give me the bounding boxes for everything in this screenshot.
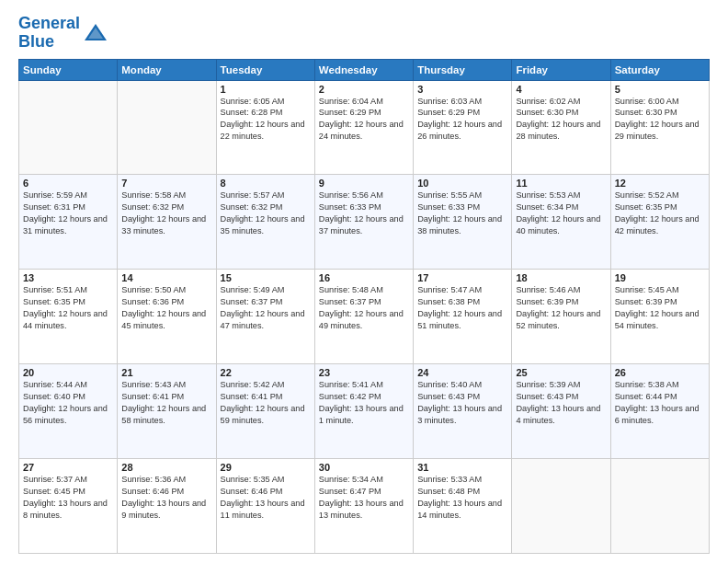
weekday-header-friday: Friday bbox=[512, 59, 610, 80]
weekday-header-thursday: Thursday bbox=[414, 59, 512, 80]
day-detail: Sunrise: 5:37 AMSunset: 6:45 PMDaylight:… bbox=[23, 474, 113, 522]
logo-icon bbox=[83, 20, 108, 46]
day-number: 31 bbox=[417, 462, 507, 473]
weekday-header-saturday: Saturday bbox=[610, 59, 709, 80]
calendar-cell: 20Sunrise: 5:44 AMSunset: 6:40 PMDayligh… bbox=[19, 364, 118, 459]
calendar-cell: 12Sunrise: 5:52 AMSunset: 6:35 PMDayligh… bbox=[610, 175, 709, 270]
day-number: 22 bbox=[221, 367, 311, 378]
calendar-cell: 23Sunrise: 5:41 AMSunset: 6:42 PMDayligh… bbox=[314, 364, 413, 459]
day-number: 9 bbox=[319, 178, 409, 189]
day-detail: Sunrise: 5:53 AMSunset: 6:34 PMDaylight:… bbox=[516, 190, 606, 237]
weekday-header-sunday: Sunday bbox=[19, 59, 118, 80]
calendar-cell: 5Sunrise: 6:00 AMSunset: 6:30 PMDaylight… bbox=[610, 80, 709, 175]
weekday-header-wednesday: Wednesday bbox=[314, 59, 413, 80]
day-number: 2 bbox=[319, 84, 409, 95]
calendar-cell: 13Sunrise: 5:51 AMSunset: 6:35 PMDayligh… bbox=[19, 270, 118, 364]
calendar-week-row: 20Sunrise: 5:44 AMSunset: 6:40 PMDayligh… bbox=[19, 364, 710, 459]
day-detail: Sunrise: 5:44 AMSunset: 6:40 PMDaylight:… bbox=[23, 379, 113, 427]
day-number: 21 bbox=[121, 367, 211, 378]
day-detail: Sunrise: 5:55 AMSunset: 6:33 PMDaylight:… bbox=[417, 190, 507, 237]
calendar-cell: 6Sunrise: 5:59 AMSunset: 6:31 PMDaylight… bbox=[19, 175, 118, 270]
calendar-cell: 16Sunrise: 5:48 AMSunset: 6:37 PMDayligh… bbox=[314, 270, 413, 364]
day-detail: Sunrise: 5:43 AMSunset: 6:41 PMDaylight:… bbox=[121, 379, 211, 427]
header: General Blue bbox=[18, 15, 710, 52]
day-detail: Sunrise: 5:46 AMSunset: 6:39 PMDaylight:… bbox=[516, 284, 606, 332]
weekday-header-tuesday: Tuesday bbox=[216, 59, 314, 80]
day-number: 13 bbox=[23, 272, 113, 283]
day-number: 11 bbox=[516, 178, 606, 189]
calendar-cell bbox=[118, 80, 216, 175]
calendar-cell: 29Sunrise: 5:35 AMSunset: 6:46 PMDayligh… bbox=[216, 459, 314, 554]
day-detail: Sunrise: 5:50 AMSunset: 6:36 PMDaylight:… bbox=[121, 284, 211, 332]
day-number: 25 bbox=[516, 367, 606, 378]
day-detail: Sunrise: 5:47 AMSunset: 6:38 PMDaylight:… bbox=[417, 284, 507, 332]
day-detail: Sunrise: 5:51 AMSunset: 6:35 PMDaylight:… bbox=[23, 284, 113, 332]
calendar-cell: 15Sunrise: 5:49 AMSunset: 6:37 PMDayligh… bbox=[216, 270, 314, 364]
calendar-cell: 11Sunrise: 5:53 AMSunset: 6:34 PMDayligh… bbox=[512, 175, 610, 270]
day-number: 1 bbox=[221, 84, 311, 95]
day-detail: Sunrise: 5:36 AMSunset: 6:46 PMDaylight:… bbox=[121, 474, 211, 522]
day-number: 15 bbox=[221, 272, 311, 283]
logo-blue: Blue bbox=[18, 33, 80, 52]
day-number: 6 bbox=[23, 178, 113, 189]
day-number: 14 bbox=[121, 272, 211, 283]
day-detail: Sunrise: 6:04 AMSunset: 6:29 PMDaylight:… bbox=[319, 96, 409, 144]
day-number: 10 bbox=[417, 178, 507, 189]
calendar-cell: 2Sunrise: 6:04 AMSunset: 6:29 PMDaylight… bbox=[314, 80, 413, 175]
day-number: 17 bbox=[417, 272, 507, 283]
calendar-cell: 18Sunrise: 5:46 AMSunset: 6:39 PMDayligh… bbox=[512, 270, 610, 364]
day-detail: Sunrise: 5:45 AMSunset: 6:39 PMDaylight:… bbox=[615, 284, 705, 332]
calendar-cell: 26Sunrise: 5:38 AMSunset: 6:44 PMDayligh… bbox=[610, 364, 709, 459]
calendar-cell: 24Sunrise: 5:40 AMSunset: 6:43 PMDayligh… bbox=[414, 364, 512, 459]
day-detail: Sunrise: 6:02 AMSunset: 6:30 PMDaylight:… bbox=[516, 96, 606, 144]
day-number: 30 bbox=[319, 462, 409, 473]
calendar-cell: 31Sunrise: 5:33 AMSunset: 6:48 PMDayligh… bbox=[414, 459, 512, 554]
day-number: 8 bbox=[221, 178, 311, 189]
day-detail: Sunrise: 5:57 AMSunset: 6:32 PMDaylight:… bbox=[221, 190, 311, 237]
calendar-cell: 28Sunrise: 5:36 AMSunset: 6:46 PMDayligh… bbox=[118, 459, 216, 554]
day-number: 24 bbox=[417, 367, 507, 378]
day-detail: Sunrise: 5:58 AMSunset: 6:32 PMDaylight:… bbox=[121, 190, 211, 237]
calendar-cell: 30Sunrise: 5:34 AMSunset: 6:47 PMDayligh… bbox=[314, 459, 413, 554]
day-detail: Sunrise: 5:41 AMSunset: 6:42 PMDaylight:… bbox=[319, 379, 409, 427]
day-number: 3 bbox=[417, 84, 507, 95]
day-number: 12 bbox=[615, 178, 705, 189]
calendar-cell: 17Sunrise: 5:47 AMSunset: 6:38 PMDayligh… bbox=[414, 270, 512, 364]
calendar-cell: 25Sunrise: 5:39 AMSunset: 6:43 PMDayligh… bbox=[512, 364, 610, 459]
day-number: 18 bbox=[516, 272, 606, 283]
day-number: 19 bbox=[615, 272, 705, 283]
calendar-cell: 19Sunrise: 5:45 AMSunset: 6:39 PMDayligh… bbox=[610, 270, 709, 364]
calendar-week-row: 1Sunrise: 6:05 AMSunset: 6:28 PMDaylight… bbox=[19, 80, 710, 175]
calendar-week-row: 27Sunrise: 5:37 AMSunset: 6:45 PMDayligh… bbox=[19, 459, 710, 554]
day-number: 16 bbox=[319, 272, 409, 283]
day-detail: Sunrise: 5:48 AMSunset: 6:37 PMDaylight:… bbox=[319, 284, 409, 332]
day-number: 23 bbox=[319, 367, 409, 378]
day-detail: Sunrise: 5:52 AMSunset: 6:35 PMDaylight:… bbox=[615, 190, 705, 237]
calendar-table: SundayMondayTuesdayWednesdayThursdayFrid… bbox=[18, 59, 710, 554]
day-number: 26 bbox=[615, 367, 705, 378]
calendar-cell: 9Sunrise: 5:56 AMSunset: 6:33 PMDaylight… bbox=[314, 175, 413, 270]
day-detail: Sunrise: 5:56 AMSunset: 6:33 PMDaylight:… bbox=[319, 190, 409, 237]
calendar-cell: 7Sunrise: 5:58 AMSunset: 6:32 PMDaylight… bbox=[118, 175, 216, 270]
day-detail: Sunrise: 5:40 AMSunset: 6:43 PMDaylight:… bbox=[417, 379, 507, 427]
calendar-cell: 3Sunrise: 6:03 AMSunset: 6:29 PMDaylight… bbox=[414, 80, 512, 175]
day-detail: Sunrise: 6:03 AMSunset: 6:29 PMDaylight:… bbox=[417, 96, 507, 144]
day-detail: Sunrise: 5:34 AMSunset: 6:47 PMDaylight:… bbox=[319, 474, 409, 522]
logo-text: General bbox=[18, 15, 80, 33]
calendar-week-row: 6Sunrise: 5:59 AMSunset: 6:31 PMDaylight… bbox=[19, 175, 710, 270]
calendar-cell bbox=[610, 459, 709, 554]
day-detail: Sunrise: 6:00 AMSunset: 6:30 PMDaylight:… bbox=[615, 96, 705, 144]
logo-general: General bbox=[18, 14, 80, 32]
calendar-week-row: 13Sunrise: 5:51 AMSunset: 6:35 PMDayligh… bbox=[19, 270, 710, 364]
weekday-header-monday: Monday bbox=[118, 59, 216, 80]
day-detail: Sunrise: 5:42 AMSunset: 6:41 PMDaylight:… bbox=[221, 379, 311, 427]
day-number: 5 bbox=[615, 84, 705, 95]
calendar-cell: 21Sunrise: 5:43 AMSunset: 6:41 PMDayligh… bbox=[118, 364, 216, 459]
logo: General Blue bbox=[18, 15, 108, 52]
calendar-cell: 8Sunrise: 5:57 AMSunset: 6:32 PMDaylight… bbox=[216, 175, 314, 270]
calendar-cell: 22Sunrise: 5:42 AMSunset: 6:41 PMDayligh… bbox=[216, 364, 314, 459]
day-number: 20 bbox=[23, 367, 113, 378]
calendar-cell: 10Sunrise: 5:55 AMSunset: 6:33 PMDayligh… bbox=[414, 175, 512, 270]
calendar-cell: 27Sunrise: 5:37 AMSunset: 6:45 PMDayligh… bbox=[19, 459, 118, 554]
page: General Blue SundayMondayTuesdayWednesda… bbox=[0, 0, 728, 563]
